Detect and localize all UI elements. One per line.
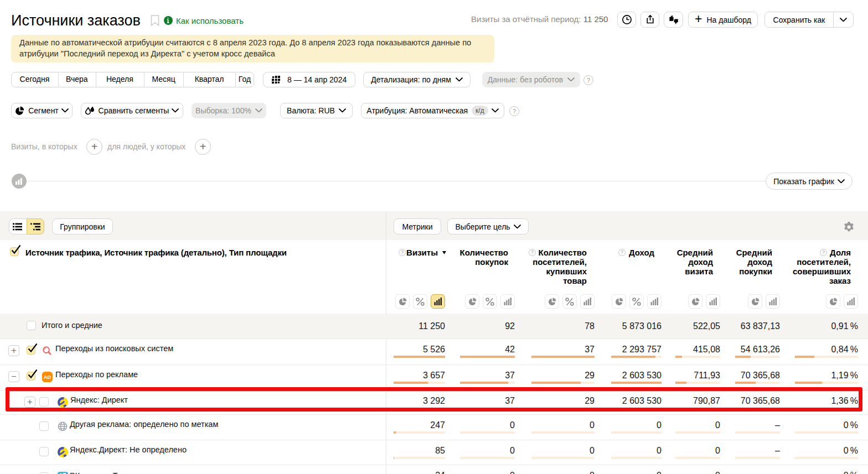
svg-text:AD: AD [44,374,51,380]
